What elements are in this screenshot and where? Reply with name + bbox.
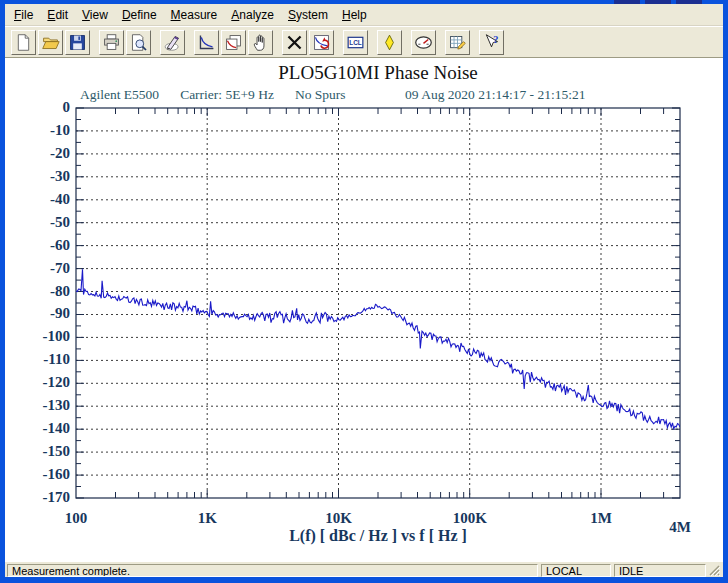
y-tick-label: -120: [24, 375, 70, 390]
open-file-button[interactable]: [38, 30, 63, 55]
menu-file[interactable]: File: [7, 5, 40, 25]
toolbar-group: [11, 30, 92, 55]
local-lcl-button[interactable]: LCL: [343, 30, 368, 55]
save-file-button[interactable]: [65, 30, 90, 55]
meter-gauge-button[interactable]: [411, 30, 436, 55]
y-tick-label: -90: [24, 306, 70, 321]
pan-hand-icon: [251, 33, 270, 52]
marker-diamond-icon: [380, 33, 399, 52]
svg-text:?: ?: [493, 34, 498, 45]
menu-measure[interactable]: Measure: [164, 5, 225, 25]
graph-measurement-icon: [197, 33, 216, 52]
new-document-icon: [14, 33, 33, 52]
toolbar-group: [160, 30, 187, 55]
menu-analyze[interactable]: Analyze: [224, 5, 281, 25]
y-tick-label: -100: [24, 329, 70, 344]
toolbar-group: LCL: [343, 30, 370, 55]
y-tick-label: -10: [24, 123, 70, 138]
copy-graph-icon: [224, 33, 243, 52]
meter-gauge-icon: [414, 33, 433, 52]
y-tick-label: -60: [24, 238, 70, 253]
axis-caption: L(f) [ dBc / Hz ] vs f [ Hz ]: [76, 527, 680, 545]
graph-client-area: PLO5G10MI Phase Noise Agilent E5500Carri…: [5, 57, 723, 561]
copy-graph-button[interactable]: [221, 30, 246, 55]
svg-text:LCL: LCL: [349, 39, 362, 46]
status-local-indicator: LOCAL: [541, 564, 611, 577]
repeat-measurement-icon: [312, 33, 331, 52]
toolbar-group: [194, 30, 275, 55]
print-icon: [102, 33, 121, 52]
x-tick-label: 10K: [310, 510, 366, 527]
toolbar-group: [282, 30, 336, 55]
phase-noise-trace: [76, 269, 680, 428]
x-tick-label: 100: [48, 510, 104, 527]
menu-help[interactable]: Help: [335, 5, 374, 25]
toolbar-group: [99, 30, 153, 55]
menu-system[interactable]: System: [281, 5, 335, 25]
print-button[interactable]: [99, 30, 124, 55]
graph-measurement-button[interactable]: [194, 30, 219, 55]
toolbar-group: [445, 30, 472, 55]
marker-diamond-button[interactable]: [377, 30, 402, 55]
toolbar-group: ?: [479, 30, 506, 55]
y-tick-label: -170: [24, 490, 70, 505]
y-tick-label: -70: [24, 261, 70, 276]
menu-bar: FileEditViewDefineMeasureAnalyzeSystemHe…: [5, 4, 723, 26]
status-message: Measurement complete.: [7, 564, 538, 577]
y-tick-label: -140: [24, 421, 70, 436]
define-measurement-pen-button[interactable]: [160, 30, 185, 55]
spreadsheet-edit-icon: [448, 33, 467, 52]
y-tick-label: -20: [24, 146, 70, 161]
y-tick-label: -130: [24, 398, 70, 413]
y-tick-label: -50: [24, 215, 70, 230]
y-tick-label: 0: [24, 100, 70, 115]
toolbar-group: [411, 30, 438, 55]
save-file-icon: [68, 33, 87, 52]
y-tick-label: -80: [24, 284, 70, 299]
spreadsheet-edit-button[interactable]: [445, 30, 470, 55]
print-preview-button[interactable]: [126, 30, 151, 55]
define-measurement-pen-icon: [163, 33, 182, 52]
resize-grip[interactable]: [708, 564, 721, 577]
status-idle-indicator: IDLE: [614, 564, 706, 577]
pan-hand-button[interactable]: [248, 30, 273, 55]
status-bar: Measurement complete. LOCAL IDLE: [5, 561, 723, 577]
x-tick-label: 1M: [573, 510, 629, 527]
menu-define[interactable]: Define: [115, 5, 164, 25]
phase-noise-plot: [5, 58, 723, 562]
abort-measurement-icon: [285, 33, 304, 52]
toolbar: LCL?: [5, 26, 723, 57]
y-tick-label: -30: [24, 169, 70, 184]
abort-measurement-button[interactable]: [282, 30, 307, 55]
x-tick-label: 100K: [442, 510, 498, 527]
local-lcl-icon: LCL: [346, 33, 365, 52]
repeat-measurement-button[interactable]: [309, 30, 334, 55]
y-tick-label: -160: [24, 467, 70, 482]
new-document-button[interactable]: [11, 30, 36, 55]
app-window: FileEditViewDefineMeasureAnalyzeSystemHe…: [0, 0, 728, 583]
context-help-icon: ?: [482, 33, 501, 52]
open-file-icon: [41, 33, 60, 52]
menu-view[interactable]: View: [75, 5, 115, 25]
menu-edit[interactable]: Edit: [40, 5, 75, 25]
y-tick-label: -40: [24, 192, 70, 207]
context-help-button[interactable]: ?: [479, 30, 504, 55]
y-tick-label: -150: [24, 444, 70, 459]
toolbar-group: [377, 30, 404, 55]
print-preview-icon: [129, 33, 148, 52]
x-tick-label: 1K: [179, 510, 235, 527]
y-tick-label: -110: [24, 352, 70, 367]
